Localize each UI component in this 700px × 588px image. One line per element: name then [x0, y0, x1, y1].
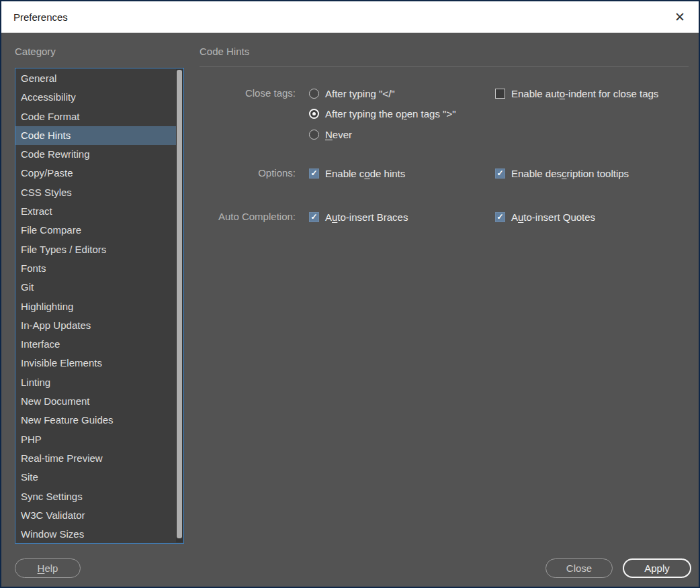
radio-label: After typing "</": [325, 88, 395, 99]
radio-label: After typing the open tags ">": [325, 108, 456, 119]
dialog-body: Category GeneralAccessibilityCode Format…: [1, 33, 699, 587]
apply-button[interactable]: Apply: [623, 558, 691, 578]
category-item[interactable]: W3C Validator: [15, 506, 176, 525]
check-icon: ✓: [496, 169, 503, 177]
category-item[interactable]: Code Hints: [15, 126, 176, 145]
category-item[interactable]: In-App Updates: [15, 316, 176, 335]
category-items: GeneralAccessibilityCode FormatCode Hint…: [15, 69, 176, 544]
category-item[interactable]: Git: [15, 278, 176, 297]
checkbox-icon: ✓: [309, 168, 319, 179]
checkbox-enable-auto-indent[interactable]: ✓ Enable auto-indent for close tags: [495, 87, 658, 100]
checkbox-enable-code-hints[interactable]: ✓ Enable code hints: [309, 166, 405, 180]
auto-completion-label: Auto Completion:: [189, 210, 296, 224]
checkbox-label: Enable description tooltips: [511, 168, 629, 179]
radio-label: Never: [325, 129, 352, 140]
category-item[interactable]: Code Rewriting: [15, 145, 176, 164]
checkbox-label: Enable auto-indent for close tags: [511, 88, 658, 99]
category-item[interactable]: Extract: [15, 202, 176, 221]
category-item[interactable]: Invisible Elements: [15, 354, 176, 373]
radio-after-typing-close[interactable]: After typing "</": [309, 87, 395, 100]
category-item[interactable]: New Feature Guides: [15, 411, 176, 430]
checkbox-label: Auto-insert Braces: [325, 211, 408, 223]
category-label: Category: [15, 45, 56, 58]
check-icon: ✓: [310, 213, 317, 221]
category-scrollbar[interactable]: [176, 69, 183, 542]
category-item[interactable]: General: [15, 69, 176, 88]
category-item[interactable]: CSS Styles: [15, 183, 176, 202]
category-item[interactable]: Copy/Paste: [15, 164, 176, 183]
checkbox-auto-insert-quotes[interactable]: ✓ Auto-insert Quotes: [495, 210, 595, 224]
panel-divider: [200, 66, 689, 67]
checkbox-icon: ✓: [495, 168, 505, 179]
scrollbar-thumb[interactable]: [177, 70, 182, 538]
check-icon: ✓: [310, 169, 317, 177]
radio-icon: [309, 130, 319, 140]
category-item[interactable]: Code Format: [15, 107, 176, 126]
checkbox-icon: ✓: [495, 212, 505, 222]
category-item[interactable]: Interface: [15, 335, 176, 354]
preferences-dialog: Preferences ✕ Category GeneralAccessibil…: [0, 0, 700, 588]
close-button-label: Close: [566, 562, 592, 574]
category-item[interactable]: Highlighting: [15, 297, 176, 316]
radio-icon: [309, 109, 319, 119]
category-item[interactable]: New Document: [15, 392, 176, 411]
category-item[interactable]: Linting: [15, 373, 176, 392]
panel-title: Code Hints: [200, 45, 249, 58]
category-item[interactable]: Sync Settings: [15, 487, 176, 506]
checkbox-icon: ✓: [309, 212, 319, 222]
close-icon[interactable]: ✕: [672, 9, 688, 25]
category-item[interactable]: File Types / Editors: [15, 240, 176, 259]
window-title: Preferences: [13, 11, 672, 23]
radio-after-typing-open-tags[interactable]: After typing the open tags ">": [309, 107, 456, 120]
apply-button-label: Apply: [644, 562, 670, 574]
category-item[interactable]: File Compare: [15, 221, 176, 240]
titlebar: Preferences ✕: [1, 1, 699, 33]
help-button-label: Help: [38, 562, 58, 574]
help-button[interactable]: Help: [15, 558, 81, 578]
category-item[interactable]: Site: [15, 468, 176, 487]
category-item[interactable]: Fonts: [15, 259, 176, 278]
checkbox-enable-description-tooltips[interactable]: ✓ Enable description tooltips: [495, 166, 629, 180]
close-button[interactable]: Close: [545, 558, 613, 578]
check-icon: ✓: [496, 213, 503, 221]
checkbox-icon: ✓: [495, 89, 505, 99]
category-item[interactable]: Window Sizes: [15, 525, 176, 544]
checkbox-auto-insert-braces[interactable]: ✓ Auto-insert Braces: [309, 210, 408, 224]
category-item[interactable]: Real-time Preview: [15, 449, 176, 468]
checkbox-label: Auto-insert Quotes: [511, 211, 595, 223]
category-item[interactable]: Accessibility: [15, 88, 176, 107]
checkbox-label: Enable code hints: [325, 168, 405, 179]
category-item[interactable]: PHP: [15, 430, 176, 449]
options-label: Options:: [189, 166, 296, 180]
category-listbox: GeneralAccessibilityCode FormatCode Hint…: [15, 68, 184, 544]
radio-icon: [309, 89, 319, 99]
radio-never[interactable]: Never: [309, 128, 352, 141]
close-tags-label: Close tags:: [189, 87, 296, 100]
